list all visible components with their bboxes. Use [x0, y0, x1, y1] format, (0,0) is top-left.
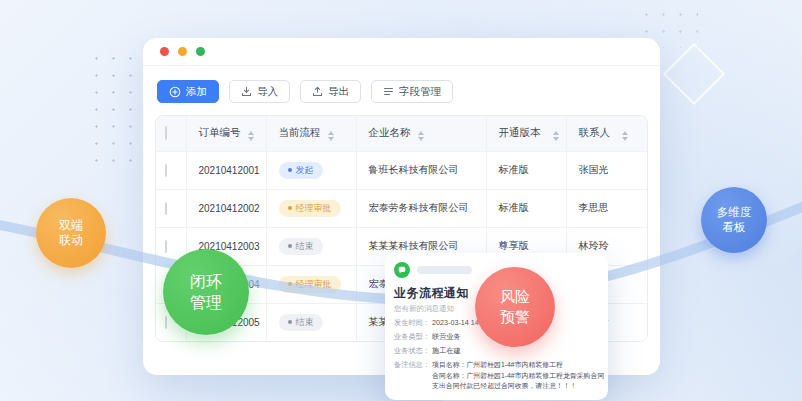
contact-cell: 李思思	[566, 189, 647, 227]
process-label: 结束	[296, 240, 314, 253]
plus-circle-icon	[169, 86, 181, 98]
select-all-checkbox[interactable]	[165, 126, 167, 140]
table-header-row: 订单编号 当前流程 企业名称 开通版本 联系人	[156, 116, 647, 151]
add-button[interactable]: 添加	[157, 80, 219, 103]
process-label: 经理审批	[296, 202, 332, 215]
sort-icon[interactable]	[418, 131, 424, 141]
process-status-badge: 结束	[279, 238, 323, 255]
feature-badge-line: 管理	[190, 292, 222, 313]
table-row: 20210412002 经理审批 宏泰劳务科技有限公司 标准版 李思思	[156, 189, 647, 227]
list-icon	[383, 86, 394, 97]
col-header-label: 联系人	[579, 126, 611, 138]
col-header-label: 当前流程	[279, 126, 321, 138]
process-label: 经理审批	[296, 278, 332, 291]
col-header-label: 订单编号	[199, 126, 241, 138]
traffic-light-minimize-icon[interactable]	[178, 47, 187, 56]
feature-badge-closed-loop: 闭环 管理	[163, 249, 249, 335]
feature-badge-multi-board: 多维度 看板	[701, 187, 767, 253]
col-header-version[interactable]: 开通版本	[486, 116, 566, 151]
process-status-badge: 经理审批	[279, 276, 341, 293]
col-header-contact[interactable]: 联系人	[566, 116, 647, 151]
version-cell: 标准版	[486, 189, 566, 227]
window-titlebar	[143, 38, 660, 66]
process-status-badge: 发起	[279, 162, 323, 179]
row-checkbox[interactable]	[165, 202, 167, 215]
notification-remark: 备注信息： 项目名称：广州碧桂园1-4#市内精装修工程 合同名称：广州碧桂园1-…	[394, 360, 599, 392]
feature-badge-line: 风险	[500, 287, 530, 307]
remark-line: 项目名称：广州碧桂园1-4#市内精装修工程	[432, 360, 604, 371]
sort-icon[interactable]	[622, 131, 628, 141]
row-checkbox[interactable]	[165, 164, 167, 177]
feature-badge-line: 联动	[59, 233, 83, 248]
sort-icon[interactable]	[248, 131, 254, 141]
diamond-outline-shape	[663, 43, 725, 105]
field-label: 备注信息：	[394, 360, 432, 392]
remark-line: 支出合同付款已经超过合同收票，请注意！！！	[432, 381, 604, 392]
col-header-label: 开通版本	[499, 126, 541, 138]
feature-badge-line: 闭环	[190, 271, 222, 292]
field-label: 业务状态：	[394, 346, 432, 356]
export-button[interactable]: 导出	[300, 80, 361, 103]
field-value: 施工在建	[432, 346, 461, 356]
import-button[interactable]: 导入	[229, 80, 290, 103]
row-checkbox[interactable]	[165, 240, 167, 253]
toolbar: 添加 导入 导出 字段管理	[143, 66, 660, 114]
field-value: 联营业务	[432, 332, 461, 342]
feature-badge-risk-alert: 风险 预警	[475, 267, 555, 347]
col-header-company[interactable]: 企业名称	[356, 116, 486, 151]
field-label: 发生时间：	[394, 318, 432, 328]
export-button-label: 导出	[328, 85, 349, 99]
wechat-chat-icon	[394, 262, 410, 278]
company-cell: 宏泰劳务科技有限公司	[356, 189, 486, 227]
field-manage-button[interactable]: 字段管理	[371, 80, 453, 103]
traffic-light-close-icon[interactable]	[160, 47, 169, 56]
upload-icon	[312, 86, 323, 97]
marketing-scene: 添加 导入 导出 字段管理	[0, 0, 802, 401]
notification-field: 业务状态： 施工在建	[394, 346, 599, 356]
col-header-label: 企业名称	[369, 126, 411, 138]
feature-badge-line: 预警	[500, 307, 530, 327]
feature-badge-line: 双端	[59, 218, 83, 233]
process-label: 结束	[296, 316, 314, 329]
field-manage-button-label: 字段管理	[399, 85, 441, 99]
placeholder-bar	[417, 266, 472, 274]
download-icon	[241, 86, 252, 97]
col-header-order[interactable]: 订单编号	[186, 116, 266, 151]
feature-badge-line: 多维度	[717, 205, 752, 220]
traffic-light-zoom-icon[interactable]	[196, 47, 205, 56]
company-cell: 鲁班长科技有限公司	[356, 151, 486, 189]
version-cell: 标准版	[486, 151, 566, 189]
contact-cell: 张国光	[566, 151, 647, 189]
feature-badge-line: 看板	[723, 220, 746, 235]
field-label: 业务类型：	[394, 332, 432, 342]
process-status-badge: 经理审批	[279, 200, 341, 217]
remark-line: 合同名称：广州碧桂园1-4#市内精装修工程龙骨采购合同	[432, 371, 604, 382]
row-checkbox[interactable]	[165, 316, 167, 329]
import-button-label: 导入	[257, 85, 278, 99]
table-row: 20210412001 发起 鲁班长科技有限公司 标准版 张国光	[156, 151, 647, 189]
add-button-label: 添加	[186, 85, 207, 99]
process-status-badge: 结束	[279, 314, 323, 331]
order-cell: 20210412001	[186, 151, 266, 189]
col-header-process[interactable]: 当前流程	[266, 116, 356, 151]
sort-icon[interactable]	[328, 131, 334, 141]
process-label: 发起	[296, 164, 314, 177]
feature-badge-dual-link: 双端 联动	[36, 198, 106, 268]
sort-icon[interactable]	[553, 131, 559, 141]
order-cell: 20210412002	[186, 189, 266, 227]
